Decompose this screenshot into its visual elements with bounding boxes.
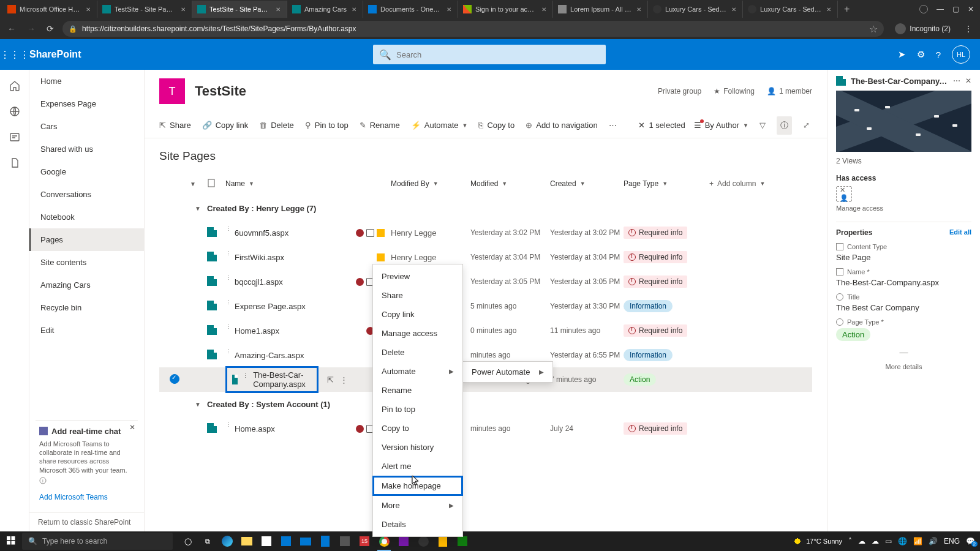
store-icon[interactable]	[257, 531, 276, 551]
cmd-addnav[interactable]: ⊕Add to navigation	[526, 121, 597, 130]
cmd-copyto[interactable]: ⎘Copy to	[478, 121, 514, 130]
chevron-down-icon[interactable]: ▼	[190, 181, 207, 187]
ctx-alertme[interactable]: Alert me	[373, 457, 462, 476]
ctx-makehomepage[interactable]: Make homepage	[372, 476, 463, 496]
ctx-preview[interactable]: Preview	[373, 267, 462, 286]
settings-icon[interactable]: ⚙	[917, 49, 925, 60]
help-icon[interactable]: ?	[936, 50, 941, 60]
tab-amazing[interactable]: Amazing Cars✕	[287, 1, 363, 18]
close-icon[interactable]: ✕	[274, 6, 282, 13]
prop-value[interactable]: Site Page	[836, 253, 971, 262]
taskview-icon[interactable]: ⧉	[198, 531, 217, 551]
chevron-down-icon[interactable]: ▼	[159, 401, 207, 408]
pagetype-cell[interactable]: Information	[624, 300, 709, 312]
file-name-link[interactable]: Home1.aspx	[235, 326, 279, 335]
explorer-icon[interactable]	[238, 531, 256, 551]
app-icon[interactable]	[277, 531, 295, 551]
table-row[interactable]: ⋮Expense Page.aspx 5 minutes ago Yesterd…	[159, 294, 812, 318]
news-icon[interactable]	[9, 131, 21, 143]
user-avatar[interactable]: HL	[952, 45, 970, 64]
nav-notebook[interactable]: Notebook	[29, 206, 144, 228]
add-teams-link[interactable]: Add Microsoft Teams	[39, 493, 134, 501]
file-name-link[interactable]: Expense Page.aspx	[235, 302, 306, 311]
classic-link[interactable]: Return to classic SharePoint	[29, 512, 144, 531]
add-column-button[interactable]: + Add column ▼	[709, 179, 765, 188]
tab-lorem[interactable]: Lorem Ipsum - All the✕	[553, 1, 648, 18]
manage-access-link[interactable]: Manage access	[836, 204, 971, 212]
more-icon[interactable]: ⋮	[340, 375, 348, 384]
address-bar[interactable]: 🔒 https://citizenbuilders.sharepoint.com…	[62, 21, 884, 37]
nav-shared[interactable]: Shared with us	[29, 138, 144, 160]
send-icon[interactable]: ➤	[898, 49, 906, 60]
pagetype-cell[interactable]: Required info	[624, 227, 709, 239]
ctx-rename[interactable]: Rename	[373, 381, 462, 400]
ctx-automate[interactable]: Automate▶	[373, 362, 462, 381]
volume-icon[interactable]: 🔊	[929, 537, 938, 545]
home-icon[interactable]	[9, 80, 21, 92]
weather-widget[interactable]: 17°C Sunny	[793, 536, 842, 546]
nav-cars[interactable]: Cars	[29, 115, 144, 138]
filter-icon[interactable]: ▽	[757, 118, 768, 132]
col-modifiedby[interactable]: Modified By▼	[391, 179, 470, 188]
nav-pages[interactable]: Pages	[29, 228, 144, 251]
file-name-link[interactable]: FirstWiki.aspx	[235, 253, 284, 262]
ctx-copyto[interactable]: Copy to	[373, 419, 462, 438]
tab-onedrive[interactable]: Documents - OneDrive✕	[363, 1, 458, 18]
file-name-link[interactable]: Home.aspx	[235, 424, 275, 433]
table-row[interactable]: ⋮Home.aspx minutes ago July 24 Required …	[159, 416, 812, 441]
edit-all-link[interactable]: Edit all	[949, 228, 971, 236]
tab-luxury1[interactable]: Luxury Cars - Sedans,✕	[648, 1, 743, 18]
members-link[interactable]: 👤1 member	[767, 87, 812, 96]
taskbar-search[interactable]: 🔍Type here to search	[22, 533, 173, 550]
cmd-automate[interactable]: ⚡Automate▼	[411, 121, 468, 130]
table-row[interactable]: ⋮FirstWiki.aspx Henry Legge Yesterday at…	[159, 245, 812, 269]
tab-testsite2[interactable]: TestSite - Site Pages -✕	[192, 1, 287, 18]
table-row[interactable]: ⋮6uovmnf5.aspx Henry Legge Yesterday at …	[159, 220, 812, 245]
search-box[interactable]: 🔍	[373, 45, 606, 64]
nav-conversations[interactable]: Conversations	[29, 183, 144, 206]
onedrive-tray-icon[interactable]: ☁	[872, 537, 879, 545]
search-input[interactable]	[396, 50, 600, 59]
notifications-icon[interactable]: 💬2	[966, 537, 975, 545]
onedrive-tray-icon[interactable]: ☁	[858, 537, 865, 545]
ctx-delete[interactable]: Delete	[373, 343, 462, 362]
file-name-link[interactable]: The-Best-Car-Company.aspx	[253, 370, 312, 389]
close-icon[interactable]: ✕	[85, 6, 92, 13]
expand-icon[interactable]: ⤢	[801, 118, 812, 132]
nav-expenses[interactable]: Expenses Page	[29, 92, 144, 115]
cmd-copylink[interactable]: 🔗Copy link	[202, 121, 248, 130]
maximize-icon[interactable]: ▢	[952, 5, 959, 13]
user-menu-icon[interactable]	[919, 5, 928, 13]
tab-signin[interactable]: Sign in to your account✕	[458, 1, 553, 18]
close-icon[interactable]: ✕	[635, 6, 643, 13]
menu-icon[interactable]: ⋮	[962, 21, 975, 36]
chevron-down-icon[interactable]: ▼	[159, 205, 207, 212]
tab-luxury2[interactable]: Luxury Cars - Sedans,✕	[743, 1, 838, 18]
ctx-pin[interactable]: Pin to top	[373, 400, 462, 419]
ctx-versionhistory[interactable]: Version history	[373, 438, 462, 457]
access-principal-icon[interactable]: ✕👤	[836, 186, 852, 202]
language-indicator[interactable]: ENG	[944, 537, 960, 545]
tab-testsite1[interactable]: TestSite - Site Pages -✕	[97, 1, 192, 18]
ctx-manageaccess[interactable]: Manage access	[373, 324, 462, 343]
group-header-1[interactable]: ▼ Created By : Henry Legge (7)	[159, 196, 812, 220]
ctx-more[interactable]: More▶	[373, 496, 462, 515]
info-icon[interactable]: ⓘ	[777, 116, 792, 135]
close-icon[interactable]: ✕	[445, 6, 453, 13]
ctx-copylink[interactable]: Copy link	[373, 305, 462, 324]
table-row[interactable]: ⋮Home1.aspx 0 minutes ago 11 minutes ago…	[159, 318, 812, 343]
file-name-link[interactable]: Amazing-Cars.aspx	[235, 351, 304, 360]
close-icon[interactable]: ✕	[638, 121, 645, 130]
prop-value[interactable]: The-Best-Car-Company.aspx	[836, 278, 971, 287]
pagetype-cell[interactable]: Required info	[624, 422, 709, 435]
close-window-icon[interactable]: ✕	[968, 5, 974, 13]
nav-edit[interactable]: Edit	[29, 319, 144, 342]
tab-office[interactable]: Microsoft Office Home✕	[2, 1, 97, 18]
app-icon[interactable]: 15	[355, 531, 374, 551]
wifi-icon[interactable]: 📶	[913, 537, 922, 545]
page-thumbnail[interactable]	[836, 91, 971, 152]
app-launcher-icon[interactable]: ⋮⋮⋮	[0, 49, 29, 61]
pagetype-cell[interactable]: Action	[624, 373, 709, 386]
prop-value[interactable]: Action	[836, 328, 971, 341]
close-icon[interactable]: ✕	[179, 6, 187, 13]
